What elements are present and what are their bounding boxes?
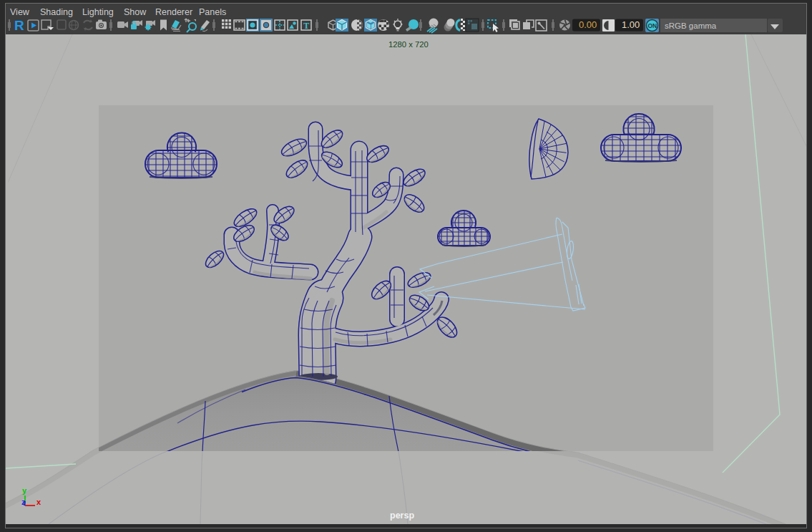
svg-text:y: y (22, 486, 27, 495)
svg-text:1.00: 1.00 (622, 19, 640, 30)
svg-text:T: T (303, 21, 309, 31)
svg-text:x: x (36, 498, 41, 506)
svg-text:1280 x 720: 1280 x 720 (388, 40, 429, 49)
svg-text:persp: persp (390, 511, 414, 521)
svg-text:R: R (14, 18, 24, 33)
svg-text:0.00: 0.00 (579, 19, 597, 30)
svg-text:ON: ON (648, 22, 657, 29)
svg-text:sRGB gamma: sRGB gamma (665, 21, 717, 30)
svg-text:z: z (21, 498, 26, 506)
